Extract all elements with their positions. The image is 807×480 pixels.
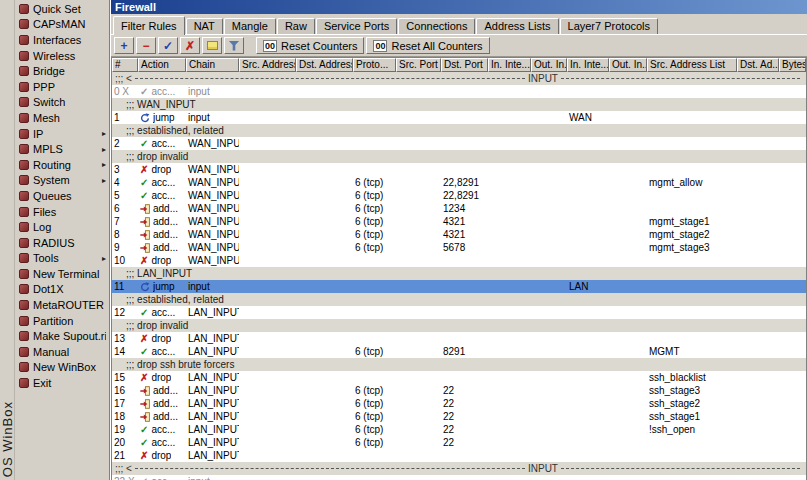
- sidebar-item-radius[interactable]: RADIUS: [15, 235, 109, 251]
- sidebar-item-ip[interactable]: IP▸: [15, 126, 109, 142]
- tab-nat[interactable]: NAT: [186, 18, 223, 34]
- column-header-dst-ad-13[interactable]: Dst. Ad...: [737, 58, 779, 72]
- tab-raw[interactable]: Raw: [277, 18, 315, 34]
- sidebar-item-new-winbox[interactable]: New WinBox: [15, 360, 109, 376]
- sidebar-item-wireless[interactable]: Wireless: [15, 48, 109, 64]
- sidebar-item-log[interactable]: Log: [15, 219, 109, 235]
- column-header-action-1[interactable]: Action: [138, 58, 186, 72]
- sidebar-item-tools[interactable]: Tools▸: [15, 251, 109, 267]
- separator-row[interactable]: ;;; <INPUT: [112, 462, 806, 475]
- sidebar-item-capsman[interactable]: CAPsMAN: [15, 17, 109, 33]
- firewall-rule-row[interactable]: 13✗dropLAN_INPUT: [112, 332, 806, 345]
- column-header-src-address-list-12[interactable]: Src. Address List: [647, 58, 737, 72]
- tab-connections[interactable]: Connections: [398, 18, 475, 34]
- firewall-rule-row[interactable]: 11jumpinputLAN: [112, 280, 806, 293]
- add-rule-button[interactable]: +: [114, 37, 134, 54]
- firewall-rule-row[interactable]: 21✗dropLAN_INPUT: [112, 449, 806, 462]
- firewall-rule-row[interactable]: 9add...WAN_INPUT6 (tcp)5678mgmt_stage3: [112, 241, 806, 254]
- tab-address-lists[interactable]: Address Lists: [476, 18, 558, 34]
- column-header-proto-5[interactable]: Proto...: [353, 58, 396, 72]
- column-header-dst-port-7[interactable]: Dst. Port: [441, 58, 488, 72]
- enable-rule-button[interactable]: ✓: [158, 37, 178, 54]
- reset-all-counters-button[interactable]: 00 Reset All Counters: [366, 37, 489, 54]
- sidebar-item-bridge[interactable]: Bridge: [15, 63, 109, 79]
- firewall-rule-row[interactable]: 17add...LAN_INPUT6 (tcp)22ssh_stage2: [112, 397, 806, 410]
- bridge-icon: [19, 66, 29, 76]
- firewall-rule-row[interactable]: 1jumpinputWAN: [112, 111, 806, 124]
- firewall-rule-row[interactable]: 5✓acc...WAN_INPUT6 (tcp)22,8291: [112, 189, 806, 202]
- firewall-rule-row[interactable]: 20✓acc...LAN_INPUT6 (tcp)22: [112, 436, 806, 449]
- sidebar-item-dot1x[interactable]: Dot1X: [15, 282, 109, 298]
- sidebar-item-interfaces[interactable]: Interfaces: [15, 32, 109, 48]
- sidebar-item-mpls[interactable]: MPLS▸: [15, 141, 109, 157]
- cell-dst-address-list: [737, 176, 779, 189]
- firewall-rule-row[interactable]: 4✓acc...WAN_INPUT6 (tcp)22,8291mgmt_allo…: [112, 176, 806, 189]
- column-header-bytes-14[interactable]: Bytes: [779, 58, 806, 72]
- column-header-col-0[interactable]: #: [112, 58, 138, 72]
- column-header-in-inte-10[interactable]: In. Inte...: [567, 58, 609, 72]
- sidebar-item-label: PPP: [33, 80, 106, 94]
- sidebar-item-manual[interactable]: Manual: [15, 344, 109, 360]
- comment-button[interactable]: [202, 37, 222, 54]
- column-header-out-in-9[interactable]: Out. In...: [531, 58, 567, 72]
- sidebar-item-new-terminal[interactable]: New Terminal: [15, 266, 109, 282]
- firewall-rule-row[interactable]: 10✗dropWAN_INPUT: [112, 254, 806, 267]
- column-header-dst-address-4[interactable]: Dst. Address: [296, 58, 353, 72]
- cell-out-interface: [531, 384, 567, 397]
- remove-rule-button[interactable]: −: [136, 37, 156, 54]
- submenu-arrow-icon: ▸: [102, 145, 106, 154]
- disable-rule-button[interactable]: ✗: [180, 37, 200, 54]
- sidebar-item-switch[interactable]: Switch: [15, 95, 109, 111]
- add-to-address-list-icon: [140, 230, 150, 240]
- sidebar-item-system[interactable]: System▸: [15, 173, 109, 189]
- sidebar-item-queues[interactable]: Queues: [15, 188, 109, 204]
- comment-row[interactable]: ;;; drop invalid: [112, 150, 806, 163]
- firewall-rule-row[interactable]: 7add...WAN_INPUT6 (tcp)4321mgmt_stage1: [112, 215, 806, 228]
- firewall-rule-row[interactable]: 19✓acc...LAN_INPUT6 (tcp)22!ssh_open: [112, 423, 806, 436]
- comment-row[interactable]: ;;; WAN_INPUT: [112, 98, 806, 111]
- sidebar-item-exit[interactable]: Exit: [15, 375, 109, 391]
- sidebar-item-mesh[interactable]: Mesh: [15, 110, 109, 126]
- column-header-src-address-3[interactable]: Src. Address: [239, 58, 296, 72]
- ppp-icon: [19, 82, 29, 92]
- column-header-in-inte-8[interactable]: In. Inte...: [488, 58, 531, 72]
- sidebar-item-routing[interactable]: Routing▸: [15, 157, 109, 173]
- firewall-rule-row[interactable]: 8add...WAN_INPUT6 (tcp)4321mgmt_stage2: [112, 228, 806, 241]
- reset-counters-button[interactable]: 00 Reset Counters: [256, 37, 364, 54]
- sidebar-item-make-supout-rif[interactable]: Make Supout.rif: [15, 328, 109, 344]
- firewall-rule-row[interactable]: 22 X✓acc...input: [112, 475, 806, 480]
- column-header-out-in-11[interactable]: Out. In...: [609, 58, 647, 72]
- comment-row[interactable]: ;;; established, related: [112, 293, 806, 306]
- firewall-rule-row[interactable]: 3✗dropWAN_INPUT: [112, 163, 806, 176]
- firewall-rule-row[interactable]: 0 X✓acc...input: [112, 85, 806, 98]
- comment-row[interactable]: ;;; drop ssh brute forcers: [112, 358, 806, 371]
- cell-number: 0 X: [112, 85, 138, 98]
- tab-mangle[interactable]: Mangle: [224, 18, 276, 34]
- comment-row[interactable]: ;;; LAN_INPUT: [112, 267, 806, 280]
- sidebar-item-partition[interactable]: Partition: [15, 313, 109, 329]
- tab-filter-rules[interactable]: Filter Rules: [113, 16, 185, 35]
- firewall-rule-row[interactable]: 16add...LAN_INPUT6 (tcp)22ssh_stage3: [112, 384, 806, 397]
- separator-row[interactable]: ;;; <INPUT: [112, 72, 806, 85]
- firewall-rule-row[interactable]: 18add...LAN_INPUT6 (tcp)22ssh_stage1: [112, 410, 806, 423]
- cell-number: 4: [112, 176, 138, 189]
- firewall-rule-row[interactable]: 12✓acc...LAN_INPUT: [112, 306, 806, 319]
- column-header-src-port-6[interactable]: Src. Port: [396, 58, 441, 72]
- comment-row[interactable]: ;;; established, related: [112, 124, 806, 137]
- window-titlebar[interactable]: Firewall: [111, 0, 807, 14]
- firewall-rule-row[interactable]: 14✓acc...LAN_INPUT6 (tcp)8291MGMT: [112, 345, 806, 358]
- sidebar-item-files[interactable]: Files: [15, 204, 109, 220]
- cell-dst-address: [296, 397, 353, 410]
- tab-service-ports[interactable]: Service Ports: [316, 18, 397, 34]
- tab-layer7-protocols[interactable]: Layer7 Protocols: [560, 18, 659, 34]
- firewall-rule-row[interactable]: 2✓acc...WAN_INPUT: [112, 137, 806, 150]
- filter-button[interactable]: [224, 37, 244, 54]
- sidebar-item-ppp[interactable]: PPP: [15, 79, 109, 95]
- sidebar-item-metarouter[interactable]: MetaROUTER: [15, 297, 109, 313]
- routing-icon: [19, 160, 29, 170]
- firewall-rule-row[interactable]: 6add...WAN_INPUT6 (tcp)1234: [112, 202, 806, 215]
- firewall-rule-row[interactable]: 15✗dropLAN_INPUTssh_blacklist: [112, 371, 806, 384]
- comment-row[interactable]: ;;; drop invalid: [112, 319, 806, 332]
- sidebar-item-quick-set[interactable]: Quick Set: [15, 1, 109, 17]
- column-header-chain-2[interactable]: Chain: [186, 58, 239, 72]
